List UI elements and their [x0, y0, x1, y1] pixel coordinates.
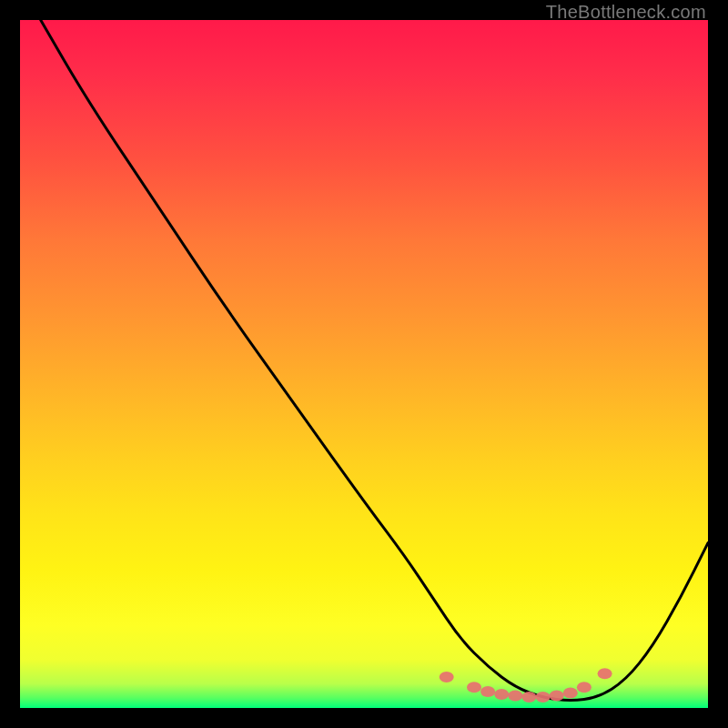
highlight-dot [521, 692, 536, 703]
highlight-dot [563, 687, 578, 698]
highlight-dot [467, 682, 481, 693]
highlight-dot [550, 690, 564, 701]
chart-overlay-svg [0, 0, 728, 728]
highlight-dot [536, 692, 551, 703]
watermark-text: TheBottleneck.com [546, 2, 706, 23]
bottleneck-curve [41, 20, 708, 700]
chart-container: TheBottleneck.com [0, 0, 728, 728]
highlight-dot [577, 682, 592, 693]
highlight-dot [494, 689, 509, 700]
curve-layer [41, 20, 708, 700]
highlight-dot [440, 672, 454, 682]
highlight-dot [480, 686, 495, 697]
highlight-dot [598, 668, 612, 679]
marker-layer [440, 668, 612, 703]
highlight-dot [508, 690, 522, 701]
